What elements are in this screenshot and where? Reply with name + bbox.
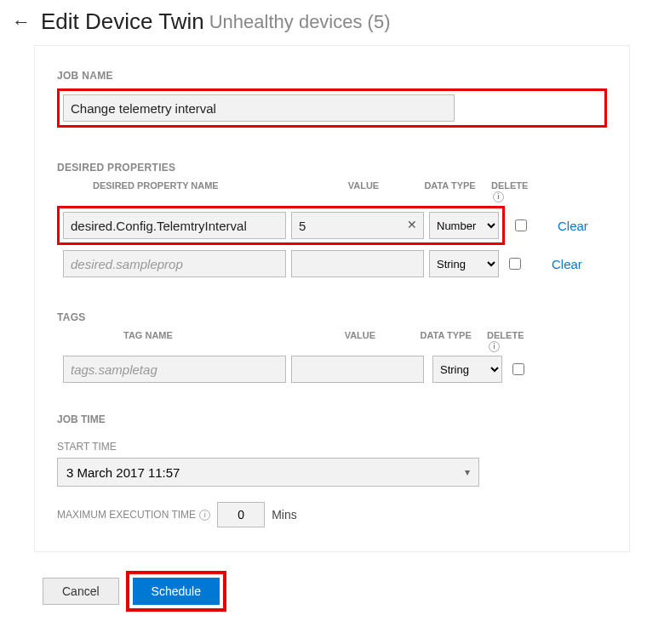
back-arrow-icon[interactable]: ←	[12, 11, 31, 33]
tag-name-input[interactable]	[63, 356, 286, 383]
col-header-tagdelete: DELETE i	[487, 330, 534, 352]
tag-value-input[interactable]	[291, 356, 424, 383]
start-time-value: 3 March 2017 11:57	[66, 465, 180, 480]
desired-prop-name-input[interactable]	[63, 212, 286, 239]
cancel-button[interactable]: Cancel	[43, 578, 119, 605]
desired-properties-label: DESIRED PROPERTIES	[57, 162, 607, 174]
page-title: Edit Device Twin	[41, 9, 204, 35]
col-header-tagvalue: VALUE	[300, 330, 420, 352]
schedule-highlight: Schedule	[126, 571, 226, 612]
tags-label: TAGS	[57, 311, 607, 323]
form-panel: JOB NAME DESIRED PROPERTIES DESIRED PROP…	[34, 45, 630, 552]
page-subtitle: Unhealthy devices (5)	[209, 11, 391, 33]
col-header-tagtype: DATA TYPE	[420, 330, 487, 352]
desired-prop-value-input[interactable]	[291, 250, 424, 277]
clear-value-icon[interactable]: ✕	[407, 218, 417, 231]
desired-prop-clear-link[interactable]: Clear	[558, 219, 588, 233]
desired-prop-type-select[interactable]: String	[429, 250, 499, 277]
desired-prop-highlight: ✕ Number	[57, 206, 505, 245]
info-icon: i	[199, 510, 210, 521]
info-icon: i	[489, 341, 500, 352]
job-name-input[interactable]	[63, 94, 455, 122]
col-header-datatype: DATA TYPE	[424, 180, 491, 202]
desired-prop-type-select[interactable]: Number	[429, 212, 499, 239]
max-exec-input[interactable]	[217, 502, 265, 527]
col-header-delete: DELETE i	[491, 180, 534, 202]
desired-prop-delete-checkbox[interactable]	[515, 219, 527, 231]
tag-type-select[interactable]: String	[432, 356, 502, 383]
desired-prop-delete-checkbox[interactable]	[509, 258, 521, 270]
job-name-highlight	[57, 88, 607, 128]
max-exec-unit: Mins	[272, 508, 297, 521]
col-header-value: VALUE	[303, 180, 425, 202]
col-header-tagname: TAG NAME	[123, 330, 300, 352]
info-icon: i	[493, 191, 504, 202]
schedule-button[interactable]: Schedule	[133, 578, 220, 605]
job-time-label: JOB TIME	[57, 413, 607, 425]
desired-prop-value-input[interactable]	[291, 212, 424, 239]
tag-delete-checkbox[interactable]	[512, 363, 524, 375]
max-exec-label: MAXIMUM EXECUTION TIME	[57, 509, 196, 521]
desired-prop-clear-link[interactable]: Clear	[552, 257, 582, 271]
desired-prop-name-input[interactable]	[63, 250, 286, 277]
col-header-propname: DESIRED PROPERTY NAME	[93, 180, 303, 202]
job-name-label: JOB NAME	[57, 70, 607, 82]
start-time-label: START TIME	[57, 441, 607, 453]
start-time-select[interactable]: 3 March 2017 11:57 ▾	[57, 458, 479, 487]
chevron-down-icon: ▾	[465, 466, 470, 478]
